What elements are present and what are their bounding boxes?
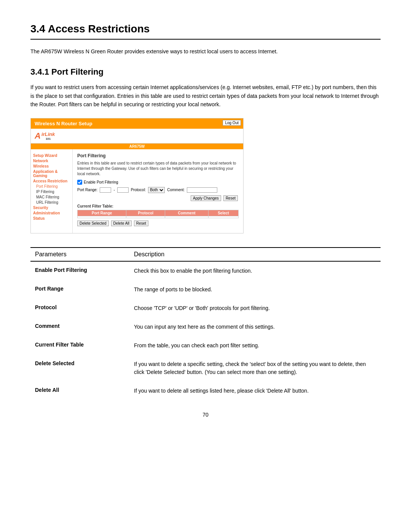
param-desc: If you want to delete all settings liste… xyxy=(129,382,381,400)
delete-selected-button[interactable]: Delete Selected xyxy=(77,220,109,226)
sidebar-item-status[interactable]: Status xyxy=(33,216,70,220)
enable-port-filtering-checkbox[interactable] xyxy=(77,180,82,185)
protocol-select[interactable]: Both TCP UDP xyxy=(148,187,165,193)
table-cell xyxy=(78,216,126,218)
reset-button[interactable]: Reset xyxy=(223,195,238,201)
delete-row: Delete Selected Delete All Reset xyxy=(77,220,239,226)
sidebar-item-wireless[interactable]: Wireless xyxy=(33,164,70,168)
sidebar-item-network[interactable]: Network xyxy=(33,159,70,163)
desc-col-header: Description xyxy=(129,248,381,261)
param-name: Protocol xyxy=(30,299,129,318)
filter-table-col-protocol: Protocol xyxy=(126,210,165,216)
port-range-row: Port Range: - Protocol: Both TCP UDP Com… xyxy=(77,187,239,193)
protocol-label: Protocol: xyxy=(131,188,146,192)
router-header-title: Wireless N Router Setup xyxy=(35,121,92,126)
table-row: Port RangeThe range of ports to be block… xyxy=(30,280,381,299)
sidebar-item-port-filtering[interactable]: Port Filtering xyxy=(33,184,70,189)
parameters-table: Parameters Description Enable Port Filte… xyxy=(30,247,381,400)
filter-table-col-comment: Comment xyxy=(165,210,208,216)
current-filter-table-label: Current Filter Table: xyxy=(77,204,239,208)
port-range-label: Port Range: xyxy=(77,188,97,192)
table-row: CommentYou can input any text here as th… xyxy=(30,318,381,336)
sidebar-item-access-restriction[interactable]: Access Restriction xyxy=(33,179,70,183)
table-cell xyxy=(165,216,208,218)
table-row: Current Filter TableFrom the table, you … xyxy=(30,336,381,355)
section-desc: If you want to restrict users from acces… xyxy=(30,83,381,109)
logo-101: 101 xyxy=(41,137,55,141)
param-desc: The range of ports to be blocked. xyxy=(129,280,381,299)
page-title: 3.4 Access Restrictions xyxy=(30,23,381,40)
param-name: Enable Port Filtering xyxy=(30,261,129,280)
table-row xyxy=(78,216,239,218)
sidebar-item-administration[interactable]: Administration xyxy=(33,211,70,215)
logout-button[interactable]: Log Out xyxy=(223,120,241,126)
page-number: 70 xyxy=(30,412,381,418)
param-desc: From the table, you can check each port … xyxy=(129,336,381,355)
param-name: Delete Selected xyxy=(30,355,129,382)
model-bar: AR675W xyxy=(31,144,243,149)
router-ui-screenshot: Log Out Wireless N Router Setup A irLink… xyxy=(30,118,244,233)
param-name: Current Filter Table xyxy=(30,336,129,355)
router-sidebar: Setup Wizard Network Wireless Applicatio… xyxy=(31,149,73,233)
param-name: Port Range xyxy=(30,280,129,299)
router-main-content: Port Filtering Entries in this table are… xyxy=(73,149,243,233)
section-title: 3.4.1 Port Filtering xyxy=(30,67,381,77)
param-desc: Check this box to enable the port filter… xyxy=(129,261,381,280)
sidebar-item-url-filtering[interactable]: URL Filtering xyxy=(33,200,70,204)
sidebar-item-ip-filtering[interactable]: IP Filtering xyxy=(33,190,70,194)
port-range-start-input[interactable] xyxy=(100,187,111,193)
filter-table-col-select: Select xyxy=(208,210,238,216)
table-row: Delete SelectedIf you want to delete a s… xyxy=(30,355,381,382)
logo-irlink: irLink xyxy=(41,131,55,137)
filter-table: Port Range Protocol Comment Select xyxy=(77,210,239,218)
apply-row: Apply Changes Reset xyxy=(77,195,239,201)
router-header: Log Out Wireless N Router Setup xyxy=(31,118,243,129)
param-desc: If you want to delete a specific setting… xyxy=(129,355,381,382)
param-desc: Choose 'TCP' or 'UDP' or 'Both' protocol… xyxy=(129,299,381,318)
param-name: Comment xyxy=(30,318,129,336)
sidebar-item-app-gaming[interactable]: Application & Gaming xyxy=(33,169,70,178)
sidebar-item-setup-wizard[interactable]: Setup Wizard xyxy=(33,153,70,158)
params-col-header: Parameters xyxy=(30,248,129,261)
comment-label: Comment: xyxy=(167,188,185,192)
enable-port-filtering-row: Enable Port Filtering xyxy=(77,180,239,185)
router-body: Setup Wizard Network Wireless Applicatio… xyxy=(31,149,243,233)
port-range-separator: - xyxy=(113,188,115,192)
param-name: Delete All xyxy=(30,382,129,400)
table-row: ProtocolChoose 'TCP' or 'UDP' or 'Both' … xyxy=(30,299,381,318)
param-desc: You can input any text here as the comme… xyxy=(129,318,381,336)
reset-button-2[interactable]: Reset xyxy=(134,220,148,226)
router-logo-bar: A irLink 101 xyxy=(31,129,243,144)
port-range-end-input[interactable] xyxy=(117,187,129,193)
delete-all-button[interactable]: Delete All xyxy=(111,220,132,226)
enable-port-filtering-label: Enable Port Filtering xyxy=(84,180,118,184)
table-row: Delete AllIf you want to delete all sett… xyxy=(30,382,381,400)
sidebar-item-security[interactable]: Security xyxy=(33,206,70,210)
table-row: Enable Port FilteringCheck this box to e… xyxy=(30,261,381,280)
table-cell xyxy=(208,216,238,218)
intro-text: The AR675W Wireless N Green Router provi… xyxy=(30,47,381,56)
router-section-title: Port Filtering xyxy=(77,153,239,158)
apply-changes-button[interactable]: Apply Changes xyxy=(191,195,221,201)
router-logo: A irLink 101 xyxy=(35,131,55,141)
table-cell xyxy=(126,216,165,218)
comment-input[interactable] xyxy=(187,187,217,193)
logo-a-letter: A xyxy=(35,131,41,141)
sidebar-item-mac-filtering[interactable]: MAC Filtering xyxy=(33,195,70,199)
filter-table-col-port-range: Port Range xyxy=(78,210,126,216)
router-main-desc: Entries in this table are used to restri… xyxy=(77,161,239,177)
